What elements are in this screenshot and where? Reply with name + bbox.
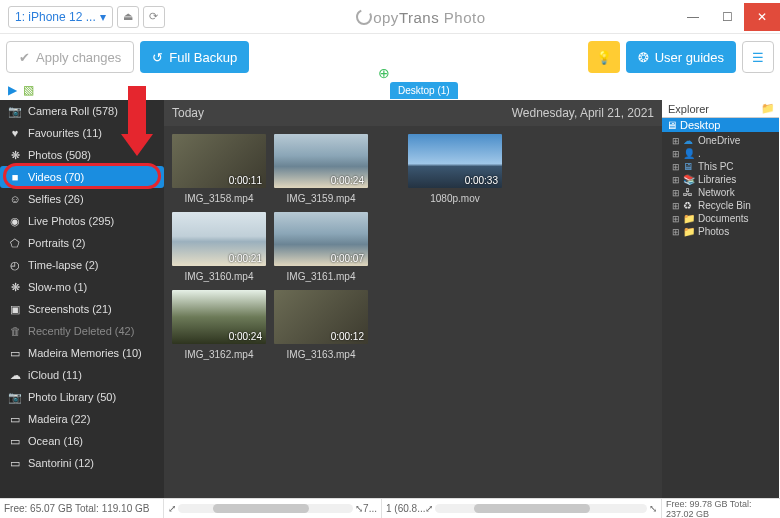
expand-icon[interactable]: ⊞ — [672, 175, 680, 185]
folder-icon[interactable]: 📁 — [761, 102, 775, 115]
thumb-filename: IMG_3161.mp4 — [274, 266, 368, 282]
expand-icon[interactable]: ⤡ — [355, 503, 363, 514]
full-backup-button[interactable]: ↺ Full Backup — [140, 41, 249, 73]
scrollbar[interactable] — [435, 504, 647, 513]
maximize-button[interactable]: ☐ — [710, 3, 744, 31]
expand-icon[interactable]: ⊞ — [672, 201, 680, 211]
device-panel-header: Today — [164, 100, 382, 126]
album-icon: ◴ — [8, 259, 22, 272]
sidebar-item-label: Madeira Memories (10) — [28, 347, 142, 359]
device-thumbs: 0:00:11IMG_3158.mp40:00:24IMG_3159.mp40:… — [164, 126, 382, 368]
refresh-button[interactable]: ⟳ — [143, 6, 165, 28]
minimize-button[interactable]: — — [676, 3, 710, 31]
pc-panel-tab[interactable]: ⊕ Desktop (1) — [390, 82, 458, 99]
thumb-duration: 0:00:21 — [229, 253, 262, 264]
expand-icon[interactable]: ⤢ — [168, 503, 176, 514]
tree-item[interactable]: ⊞📁Documents — [664, 212, 777, 225]
video-thumb[interactable]: 0:00:12IMG_3163.mp4 — [274, 290, 368, 360]
thumb-filename: IMG_3163.mp4 — [274, 344, 368, 360]
sidebar: 📷Camera Roll (578)♥Favourites (11)❋Photo… — [0, 100, 164, 498]
expand-icon[interactable]: ⊞ — [672, 188, 680, 198]
sidebar-item[interactable]: ▭Santorini (12) — [0, 452, 164, 474]
plus-icon[interactable]: ⊕ — [378, 65, 390, 81]
sidebar-item[interactable]: ■Videos (70) — [0, 166, 164, 188]
tree-item-icon: 📚 — [683, 174, 695, 185]
tip-button[interactable]: 💡 — [588, 41, 620, 73]
sidebar-item[interactable]: 📷Photo Library (50) — [0, 386, 164, 408]
sidebar-item-label: Portraits (2) — [28, 237, 85, 249]
tree-item-label: This PC — [698, 161, 734, 172]
eject-button[interactable]: ⏏ — [117, 6, 139, 28]
thumb-image: 0:00:21 — [172, 212, 266, 266]
pc-panel-header: Wednesday, April 21, 2021 — [382, 100, 662, 126]
tree-item[interactable]: ⊞📚Libraries — [664, 173, 777, 186]
tree-item[interactable]: ⊞☁OneDrive — [664, 134, 777, 147]
thumb-filename: IMG_3160.mp4 — [172, 266, 266, 282]
titlebar: 1: iPhone 12 ... ▾ ⏏ ⟳ opyTrans Photo — … — [0, 0, 780, 34]
tree-item-label: . — [698, 148, 701, 159]
sidebar-item[interactable]: ◉Live Photos (295) — [0, 210, 164, 232]
thumb-image: 0:00:24 — [274, 134, 368, 188]
sidebar-item[interactable]: ▣Screenshots (21) — [0, 298, 164, 320]
menu-icon: ☰ — [752, 50, 764, 65]
sidebar-item[interactable]: ☁iCloud (11) — [0, 364, 164, 386]
tree-item-label: Libraries — [698, 174, 736, 185]
tree-item[interactable]: ⊞📁Photos — [664, 225, 777, 238]
sidebar-item[interactable]: 🗑Recently Deleted (42) — [0, 320, 164, 342]
thumb-image: 0:00:11 — [172, 134, 266, 188]
expand-icon[interactable]: ⊞ — [672, 214, 680, 224]
tree-item[interactable]: ⊞♻Recycle Bin — [664, 199, 777, 212]
pc-panel: Wednesday, April 21, 2021 ⊕ Desktop (1) … — [382, 100, 662, 498]
album-icon: ☁ — [8, 369, 22, 382]
expand-icon[interactable]: ⊞ — [672, 227, 680, 237]
sidebar-item[interactable]: ◴Time-lapse (2) — [0, 254, 164, 276]
close-button[interactable]: ✕ — [744, 3, 780, 31]
thumb-image: 0:00:07 — [274, 212, 368, 266]
statusbar: Free: 65.07 GB Total: 119.10 GB ⤢ ⤡ 7...… — [0, 498, 780, 518]
sidebar-item-label: Live Photos (295) — [28, 215, 114, 227]
video-thumb[interactable]: 0:00:21IMG_3160.mp4 — [172, 212, 266, 282]
pc-thumbs: 0:00:331080p.mov — [382, 126, 662, 212]
expand-icon[interactable]: ⊞ — [672, 149, 680, 159]
expand-icon[interactable]: ⤢ — [425, 503, 433, 514]
explorer-root[interactable]: 🖥 Desktop — [662, 118, 779, 132]
video-thumb[interactable]: 0:00:24IMG_3162.mp4 — [172, 290, 266, 360]
device-selector[interactable]: 1: iPhone 12 ... ▾ — [8, 6, 113, 28]
sidebar-item[interactable]: ❋Photos (508) — [0, 144, 164, 166]
sidebar-item[interactable]: ❋Slow-mo (1) — [0, 276, 164, 298]
expand-icon[interactable]: ⤡ — [649, 503, 657, 514]
sidebar-item[interactable]: ⬠Portraits (2) — [0, 232, 164, 254]
device-label: 1: iPhone 12 ... — [15, 10, 96, 24]
sidebar-item[interactable]: ▭Ocean (16) — [0, 430, 164, 452]
tree-item[interactable]: ⊞🖧Network — [664, 186, 777, 199]
play-view-icon[interactable]: ▶ — [8, 83, 17, 97]
guides-label: User guides — [655, 50, 724, 65]
user-guides-button[interactable]: ❂ User guides — [626, 41, 736, 73]
hamburger-button[interactable]: ☰ — [742, 41, 774, 73]
album-icon: ◉ — [8, 215, 22, 228]
sidebar-item[interactable]: ▭Madeira Memories (10) — [0, 342, 164, 364]
svg-point-0 — [357, 10, 371, 24]
sidebar-item-label: iCloud (11) — [28, 369, 82, 381]
album-icon: 📷 — [8, 105, 22, 118]
sidebar-item[interactable]: 📷Camera Roll (578) — [0, 100, 164, 122]
sidebar-item[interactable]: ▭Madeira (22) — [0, 408, 164, 430]
tree-item[interactable]: ⊞👤. — [664, 147, 777, 160]
sidebar-item[interactable]: ☺Selfies (26) — [0, 188, 164, 210]
tree-item-icon: 📁 — [683, 213, 695, 224]
video-thumb[interactable]: 0:00:24IMG_3159.mp4 — [274, 134, 368, 204]
sidebar-item-label: Time-lapse (2) — [28, 259, 99, 271]
scrollbar[interactable] — [178, 504, 353, 513]
video-thumb[interactable]: 0:00:11IMG_3158.mp4 — [172, 134, 266, 204]
toolbar: ✔ Apply changes ↺ Full Backup 💡 ❂ User g… — [0, 34, 780, 80]
video-thumb[interactable]: 0:00:331080p.mov — [408, 134, 502, 204]
tree-item-icon: ♻ — [683, 200, 695, 211]
expand-icon[interactable]: ⊞ — [672, 136, 680, 146]
thumb-filename: 1080p.mov — [408, 188, 502, 204]
tree-item[interactable]: ⊞🖥This PC — [664, 160, 777, 173]
apply-changes-button[interactable]: ✔ Apply changes — [6, 41, 134, 73]
video-thumb[interactable]: 0:00:07IMG_3161.mp4 — [274, 212, 368, 282]
expand-icon[interactable]: ⊞ — [672, 162, 680, 172]
sidebar-item[interactable]: ♥Favourites (11) — [0, 122, 164, 144]
gallery-view-icon[interactable]: ▧ — [23, 83, 34, 97]
